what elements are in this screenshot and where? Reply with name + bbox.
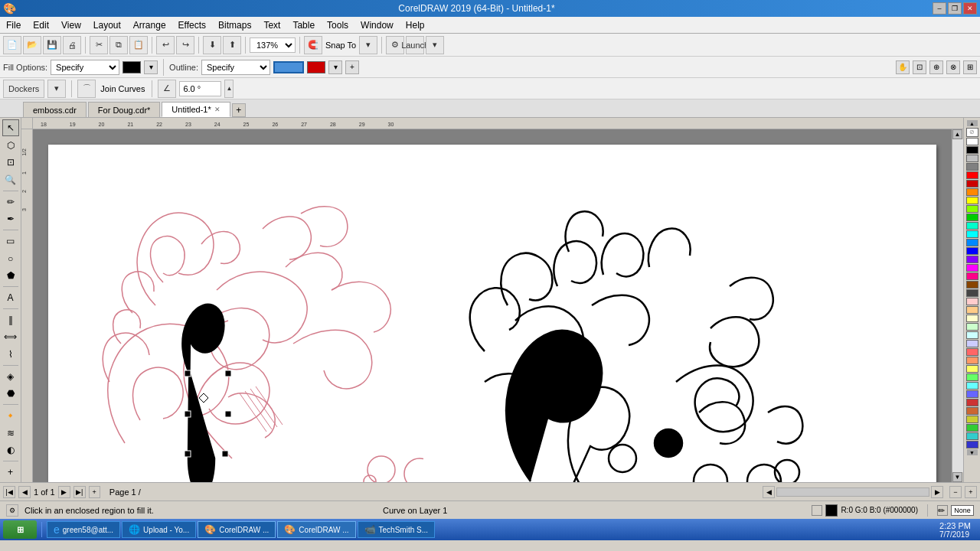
text-tool-btn[interactable]: A xyxy=(2,289,19,306)
menu-edit[interactable]: Edit xyxy=(27,18,55,32)
palette-lightpink[interactable] xyxy=(966,298,978,305)
fill-color-swatch[interactable] xyxy=(122,61,141,73)
h-scrollbar[interactable] xyxy=(776,487,929,497)
zoom-out-btn[interactable]: − xyxy=(949,486,962,498)
launch-btn[interactable]: Launch xyxy=(406,36,424,54)
export-btn[interactable]: ⬆ xyxy=(223,36,241,54)
palette-lightyellow[interactable] xyxy=(966,315,978,322)
menu-table[interactable]: Table xyxy=(286,18,321,32)
taskbar-techsmith[interactable]: 📹 TechSmith S... xyxy=(358,521,435,538)
zoom-tool-btn[interactable]: 🔍 xyxy=(2,171,19,188)
add-btn[interactable]: + xyxy=(345,60,359,74)
palette-red[interactable] xyxy=(966,171,978,179)
dockers-btn[interactable]: Dockers xyxy=(3,80,44,98)
palette-scroll-down[interactable]: ▼ xyxy=(967,449,978,455)
close-button[interactable]: ✕ xyxy=(963,2,977,15)
mirror-btn[interactable]: ⊕ xyxy=(929,60,943,74)
tab-untitled[interactable]: Untitled-1* ✕ xyxy=(162,102,230,117)
page-white[interactable] xyxy=(48,145,936,482)
shadow-btn[interactable]: ◐ xyxy=(2,442,19,459)
import-btn[interactable]: ⬇ xyxy=(203,36,221,54)
palette-medgreen[interactable] xyxy=(966,373,978,381)
palette-darkred2[interactable] xyxy=(966,399,978,406)
fill-tool-btn[interactable]: ◈ xyxy=(2,368,19,385)
menu-view[interactable]: View xyxy=(55,18,87,32)
menu-help[interactable]: Help xyxy=(400,18,431,32)
paste-btn[interactable]: 📋 xyxy=(129,36,148,54)
palette-gray[interactable] xyxy=(966,163,978,171)
dimension-tool-btn[interactable]: ⟺ xyxy=(2,329,19,346)
ifill-tool-btn[interactable]: ⬣ xyxy=(2,386,19,403)
cut-btn[interactable]: ✂ xyxy=(90,36,108,54)
tab-close-icon[interactable]: ✕ xyxy=(214,106,220,113)
zoom-select[interactable]: 137% 100% 50% xyxy=(250,37,296,53)
select-tool-btn[interactable]: ↖ xyxy=(2,119,19,136)
scroll-left-btn[interactable]: ◀ xyxy=(763,486,775,498)
tab-emboss[interactable]: emboss.cdr xyxy=(23,102,87,117)
angle-input[interactable] xyxy=(179,81,221,96)
parallel-draw-btn[interactable]: ‖ xyxy=(2,311,19,328)
taskbar-coreldraw2[interactable]: 🎨 CorelDRAW ... xyxy=(277,521,355,538)
redo-btn[interactable]: ↪ xyxy=(176,36,194,54)
palette-brown[interactable] xyxy=(966,281,978,289)
palette-lightyellow2[interactable] xyxy=(966,365,978,373)
taskbar-ie[interactable]: e green58@att... xyxy=(47,521,120,538)
angle-spin-up[interactable]: ▲ xyxy=(224,80,234,98)
palette-navy[interactable] xyxy=(966,247,978,255)
palette-yellow[interactable] xyxy=(966,197,978,204)
fill-options-btn[interactable]: ▾ xyxy=(144,60,158,74)
palette-darkgreen[interactable] xyxy=(966,424,978,432)
menu-layout[interactable]: Layout xyxy=(87,18,127,32)
menu-bitmaps[interactable]: Bitmaps xyxy=(212,18,257,32)
fit-btn[interactable]: ⊡ xyxy=(913,60,926,74)
add-page-nav-btn[interactable]: + xyxy=(89,486,100,498)
scroll-up-btn[interactable]: ▲ xyxy=(952,129,962,139)
zoom-in-btn[interactable]: + xyxy=(965,486,977,498)
canvas-content[interactable] xyxy=(33,129,963,482)
menu-effects[interactable]: Effects xyxy=(172,18,212,32)
none-swatch[interactable]: ⊘ xyxy=(966,128,978,137)
palette-pink[interactable] xyxy=(966,272,978,280)
tab-for-doug[interactable]: For Doug.cdr* xyxy=(88,102,160,117)
palette-black[interactable] xyxy=(966,146,978,154)
palette-teal[interactable] xyxy=(966,222,978,230)
palette-lime[interactable] xyxy=(966,205,978,213)
start-button[interactable]: ⊞ xyxy=(3,520,37,539)
ellipse-tool-btn[interactable]: ○ xyxy=(2,250,19,267)
palette-purple[interactable] xyxy=(966,256,978,263)
menu-arrange[interactable]: Arrange xyxy=(127,18,172,32)
palette-scroll-up[interactable]: ▲ xyxy=(967,120,978,126)
add-tab-button[interactable]: + xyxy=(232,103,246,117)
palette-medblue[interactable] xyxy=(966,390,978,398)
palette-white[interactable] xyxy=(966,138,978,145)
shape-tool-btn[interactable]: ⬡ xyxy=(2,137,19,154)
copy-btn[interactable]: ⧉ xyxy=(109,36,128,54)
last-page-btn[interactable]: ▶| xyxy=(74,486,86,498)
smear-btn[interactable]: ≋ xyxy=(2,425,19,442)
new-btn[interactable]: 📄 xyxy=(3,36,21,54)
join-curves-icon[interactable]: ⌒ xyxy=(77,80,96,98)
outline-dropdown[interactable]: Specify None xyxy=(201,60,270,75)
palette-silver[interactable] xyxy=(966,155,978,162)
palette-lightblue[interactable] xyxy=(966,340,978,347)
pan-btn[interactable]: ✋ xyxy=(896,60,910,74)
smartdraw-tool-btn[interactable]: ✒ xyxy=(2,210,19,227)
palette-medcyan[interactable] xyxy=(966,382,978,390)
dockers-dropdown[interactable]: ▾ xyxy=(47,80,66,98)
outline-color-highlight[interactable] xyxy=(273,61,304,73)
open-btn[interactable]: 📂 xyxy=(23,36,41,54)
node-btn[interactable]: ⊗ xyxy=(946,60,960,74)
vertical-scrollbar[interactable]: ▲ ▼ xyxy=(952,129,963,482)
scroll-down-btn[interactable]: ▼ xyxy=(952,472,962,482)
first-page-btn[interactable]: |◀ xyxy=(3,486,15,498)
palette-darkteal[interactable] xyxy=(966,432,978,440)
next-page-btn[interactable]: ▶ xyxy=(58,486,70,498)
menu-file[interactable]: File xyxy=(0,18,27,32)
connector-tool-btn[interactable]: ⌇ xyxy=(2,346,19,363)
restore-button[interactable]: ❐ xyxy=(948,2,962,15)
freehand-tool-btn[interactable]: ✏ xyxy=(2,194,19,210)
palette-peach[interactable] xyxy=(966,306,978,314)
undo-btn[interactable]: ↩ xyxy=(156,36,175,54)
rectangle-tool-btn[interactable]: ▭ xyxy=(2,233,19,249)
palette-darkred[interactable] xyxy=(966,180,978,187)
